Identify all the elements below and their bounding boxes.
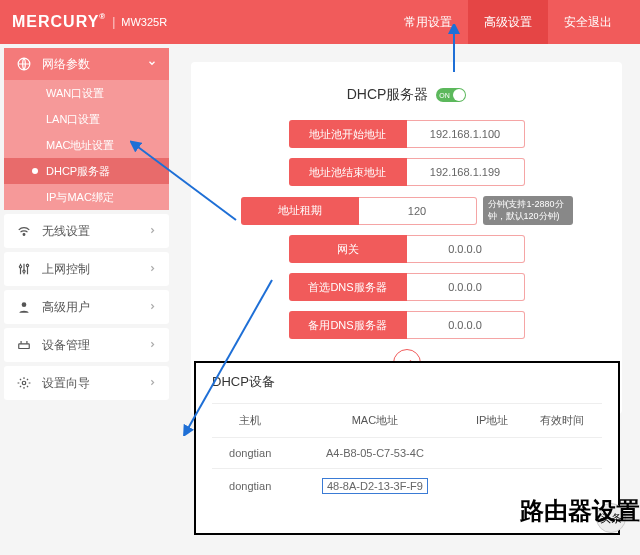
app-header: MERCURY ® | MW325R 常用设置 高级设置 安全退出 <box>0 0 640 44</box>
cell-host: dongtian <box>212 438 288 469</box>
panel-title: DHCP服务器 <box>347 86 429 104</box>
svg-point-5 <box>22 302 27 307</box>
dhcp-toggle[interactable]: ON <box>436 88 466 102</box>
table-row: dongtian A4-B8-05-C7-53-4C <box>212 438 602 469</box>
brand-text: MERCURY <box>12 13 99 31</box>
cell-ip <box>462 438 523 469</box>
sidebar-item-lan[interactable]: LAN口设置 <box>4 106 169 132</box>
sidebar-item-wireless[interactable]: 无线设置 <box>4 214 169 248</box>
label-dns1: 首选DNS服务器 <box>289 273 407 301</box>
chevron-right-icon <box>148 300 157 314</box>
user-icon <box>16 300 32 314</box>
row-gateway: 网关 <box>219 235 594 263</box>
label-gateway: 网关 <box>289 235 407 263</box>
input-start[interactable] <box>407 120 525 148</box>
avatar-cutoff: 头条 <box>596 503 626 533</box>
tab-basic[interactable]: 常用设置 <box>388 0 468 44</box>
chevron-right-icon <box>148 224 157 238</box>
sidebar-group-network: 网络参数 WAN口设置 LAN口设置 MAC地址设置 DHCP服务器 IP与MA… <box>4 48 169 210</box>
sidebar-wizard-label: 设置向导 <box>42 375 90 392</box>
label-lease: 地址租期 <box>241 197 359 225</box>
brand-divider: | <box>112 15 115 29</box>
svg-rect-6 <box>19 344 30 349</box>
sidebar-item-wan[interactable]: WAN口设置 <box>4 80 169 106</box>
sidebar-item-advuser[interactable]: 高级用户 <box>4 290 169 324</box>
tab-advanced[interactable]: 高级设置 <box>468 0 548 44</box>
col-mac: MAC地址 <box>288 404 461 438</box>
devices-panel: DHCP设备 主机 MAC地址 IP地址 有效时间 dongtian A4-B8… <box>194 361 620 535</box>
globe-icon <box>16 57 32 71</box>
sidebar-item-control[interactable]: 上网控制 <box>4 252 169 286</box>
devices-title: DHCP设备 <box>212 373 602 391</box>
gear-icon <box>16 376 32 390</box>
table-header: 主机 MAC地址 IP地址 有效时间 <box>212 404 602 438</box>
label-end: 地址池结束地址 <box>289 158 407 186</box>
sidebar-advuser-label: 高级用户 <box>42 299 90 316</box>
svg-point-4 <box>26 264 28 266</box>
row-dns2: 备用DNS服务器 <box>219 311 594 339</box>
svg-point-2 <box>19 266 21 268</box>
row-lease: 地址租期 分钟(支持1-2880分钟，默认120分钟) <box>219 196 594 225</box>
table-row: dongtian 48-8A-D2-13-3F-F9 <box>212 469 602 504</box>
top-nav: 常用设置 高级设置 安全退出 <box>388 0 628 44</box>
sidebar-network-label: 网络参数 <box>42 56 90 73</box>
devices-table: 主机 MAC地址 IP地址 有效时间 dongtian A4-B8-05-C7-… <box>212 403 602 503</box>
row-end: 地址池结束地址 <box>219 158 594 186</box>
input-end[interactable] <box>407 158 525 186</box>
cell-time <box>523 438 602 469</box>
sidebar-devmgmt-label: 设备管理 <box>42 337 90 354</box>
sidebar-wireless-label: 无线设置 <box>42 223 90 240</box>
sidebar-item-ipmac[interactable]: IP与MAC绑定 <box>4 184 169 210</box>
col-ip: IP地址 <box>462 404 523 438</box>
brand-reg: ® <box>99 12 106 21</box>
svg-point-1 <box>23 234 25 236</box>
label-dns2: 备用DNS服务器 <box>289 311 407 339</box>
svg-point-7 <box>22 381 26 385</box>
cell-mac-highlighted: 48-8A-D2-13-3F-F9 <box>322 478 428 494</box>
svg-point-3 <box>23 270 25 272</box>
sidebar-head-network[interactable]: 网络参数 <box>4 48 169 80</box>
sidebar-control-label: 上网控制 <box>42 261 90 278</box>
panel-title-row: DHCP服务器 ON <box>219 86 594 104</box>
row-start: 地址池开始地址 <box>219 120 594 148</box>
wifi-icon <box>16 224 32 238</box>
row-dns1: 首选DNS服务器 <box>219 273 594 301</box>
sidebar-item-mac[interactable]: MAC地址设置 <box>4 132 169 158</box>
input-dns1[interactable] <box>407 273 525 301</box>
router-icon <box>16 338 32 352</box>
col-host: 主机 <box>212 404 288 438</box>
label-start: 地址池开始地址 <box>289 120 407 148</box>
cell-mac: 48-8A-D2-13-3F-F9 <box>288 469 461 504</box>
cell-time <box>523 469 602 504</box>
input-gateway[interactable] <box>407 235 525 263</box>
sidebar-item-dhcp[interactable]: DHCP服务器 <box>4 158 169 184</box>
input-dns2[interactable] <box>407 311 525 339</box>
brand-logo: MERCURY ® <box>12 13 106 31</box>
sidebar-item-devmgmt[interactable]: 设备管理 <box>4 328 169 362</box>
sidebar-item-wizard[interactable]: 设置向导 <box>4 366 169 400</box>
hint-lease: 分钟(支持1-2880分钟，默认120分钟) <box>483 196 573 225</box>
chevron-down-icon <box>147 57 157 71</box>
sidebar-network-items: WAN口设置 LAN口设置 MAC地址设置 DHCP服务器 IP与MAC绑定 <box>4 80 169 210</box>
sidebar: 网络参数 WAN口设置 LAN口设置 MAC地址设置 DHCP服务器 IP与MA… <box>0 44 173 555</box>
toggle-label: ON <box>436 92 450 99</box>
chevron-right-icon <box>148 262 157 276</box>
cell-mac: A4-B8-05-C7-53-4C <box>288 438 461 469</box>
cell-ip <box>462 469 523 504</box>
cell-host: dongtian <box>212 469 288 504</box>
sliders-icon <box>16 262 32 276</box>
chevron-right-icon <box>148 376 157 390</box>
brand-model: MW325R <box>121 16 167 28</box>
col-time: 有效时间 <box>523 404 602 438</box>
chevron-right-icon <box>148 338 157 352</box>
tab-logout[interactable]: 安全退出 <box>548 0 628 44</box>
input-lease[interactable] <box>359 197 477 225</box>
